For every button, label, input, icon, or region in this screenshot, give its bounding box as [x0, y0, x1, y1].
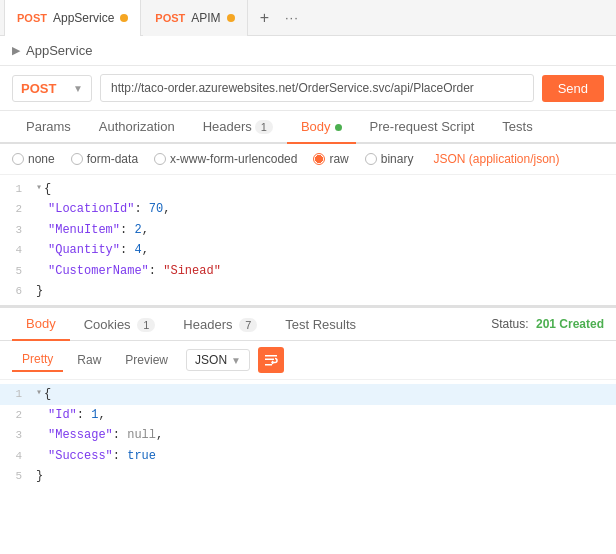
url-bar: POST ▼ Send: [0, 66, 616, 111]
tab-bar: POST AppService POST APIM + ···: [0, 0, 616, 36]
json-type-label[interactable]: JSON (application/json): [433, 152, 559, 166]
svg-rect-0: [265, 355, 277, 357]
svg-rect-2: [265, 364, 272, 366]
tab-method-appservice: POST: [17, 12, 47, 24]
resp-line-5: 5 }: [0, 466, 616, 486]
method-chevron: ▼: [73, 83, 83, 94]
response-section: Body Cookies 1 Headers 7 Test Results St…: [0, 306, 616, 490]
tab-authorization[interactable]: Authorization: [85, 111, 189, 142]
radio-form-data[interactable]: form-data: [71, 152, 138, 166]
code-line-4: 4 "Quantity": 4,: [0, 240, 616, 260]
svg-rect-1: [265, 359, 274, 361]
tab-tests[interactable]: Tests: [488, 111, 546, 142]
more-tabs-button[interactable]: ···: [281, 10, 303, 25]
resp-line-2: 2 "Id": 1,: [0, 405, 616, 425]
format-preview[interactable]: Preview: [115, 349, 178, 371]
code-line-1: 1 ▾ {: [0, 179, 616, 199]
format-type-select[interactable]: JSON ▼: [186, 349, 250, 371]
nav-tabs: Params Authorization Headers1 Body Pre-r…: [0, 111, 616, 144]
response-tab-cookies[interactable]: Cookies 1: [70, 309, 170, 340]
response-tab-test-results[interactable]: Test Results: [271, 309, 370, 340]
tab-dot-appservice: [120, 14, 128, 22]
tab-appservice[interactable]: POST AppService: [4, 0, 141, 36]
wrap-button[interactable]: [258, 347, 284, 373]
code-line-3: 3 "MenuItem": 2,: [0, 220, 616, 240]
code-line-6: 6 }: [0, 281, 616, 301]
tab-params[interactable]: Params: [12, 111, 85, 142]
response-tab-bar: Body Cookies 1 Headers 7 Test Results St…: [0, 308, 616, 341]
status-code: 201 Created: [536, 317, 604, 331]
tab-dot-apim: [227, 14, 235, 22]
tab-headers[interactable]: Headers1: [189, 111, 287, 142]
radio-urlencoded[interactable]: x-www-form-urlencoded: [154, 152, 297, 166]
radio-raw[interactable]: raw: [313, 152, 348, 166]
tab-bar-actions: + ···: [256, 9, 303, 27]
response-toolbar: Pretty Raw Preview JSON ▼: [0, 341, 616, 380]
tab-body[interactable]: Body: [287, 111, 356, 144]
send-button[interactable]: Send: [542, 75, 604, 102]
response-code-editor: 1 ▾ { 2 "Id": 1, 3 "Message": null, 4 "S…: [0, 380, 616, 490]
code-line-5: 5 "CustomerName": "Sinead": [0, 261, 616, 281]
format-type-chevron: ▼: [231, 355, 241, 366]
radio-binary[interactable]: binary: [365, 152, 414, 166]
collapse-arrow[interactable]: ▶: [12, 44, 20, 57]
resp-line-4: 4 "Success": true: [0, 446, 616, 466]
resp-line-1: 1 ▾ {: [0, 384, 616, 404]
resp-line-3: 3 "Message": null,: [0, 425, 616, 445]
radio-none[interactable]: none: [12, 152, 55, 166]
tab-apim[interactable]: POST APIM: [143, 0, 247, 36]
format-raw[interactable]: Raw: [67, 349, 111, 371]
tab-name-apim: APIM: [191, 11, 220, 25]
tab-method-apim: POST: [155, 12, 185, 24]
code-line-2: 2 "LocationId": 70,: [0, 199, 616, 219]
response-tab-body[interactable]: Body: [12, 308, 70, 341]
response-status: Status: 201 Created: [491, 317, 604, 331]
request-code-editor: 1 ▾ { 2 "LocationId": 70, 3 "MenuItem": …: [0, 175, 616, 306]
wrap-icon: [264, 353, 278, 367]
request-name-bar: ▶ AppService: [0, 36, 616, 66]
url-input[interactable]: [100, 74, 534, 102]
tab-pre-request[interactable]: Pre-request Script: [356, 111, 489, 142]
format-pretty[interactable]: Pretty: [12, 348, 63, 372]
response-tab-headers[interactable]: Headers 7: [169, 309, 271, 340]
tab-name-appservice: AppService: [53, 11, 114, 25]
method-select[interactable]: POST ▼: [12, 75, 92, 102]
add-tab-button[interactable]: +: [256, 9, 273, 27]
body-dot: [335, 124, 342, 131]
method-label: POST: [21, 81, 56, 96]
body-type-bar: none form-data x-www-form-urlencoded raw…: [0, 144, 616, 175]
request-name: AppService: [26, 43, 92, 58]
